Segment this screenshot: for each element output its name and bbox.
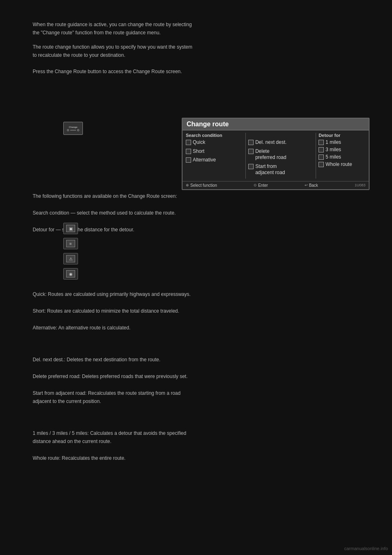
watermark: carmanualsonline.info	[344, 546, 388, 551]
del-preferred-text: Del. next dest.: Deletes the next destin…	[33, 356, 188, 405]
quick-label: Quick	[193, 139, 205, 146]
select-label: Select function	[190, 183, 217, 188]
alternative-label: Alternative	[193, 157, 216, 163]
change-route-dialog: Change route Search condition Quick Shor…	[182, 118, 370, 190]
intro-text-block2: The route change function allows you to …	[33, 43, 192, 60]
functions-text-block: The following functions are available on…	[33, 192, 177, 234]
dialog-body: Search condition Quick Short Alternative	[183, 130, 369, 181]
footer-enter: ⊙ Enter	[254, 183, 268, 188]
delete-preferred-checkbox[interactable]	[248, 149, 254, 154]
change-btn-dots	[67, 129, 79, 131]
detour-whole-row: Whole route	[318, 161, 365, 167]
quick-option-row: Quick	[186, 139, 243, 146]
dialog-footer: ⊕ Select function ⊙ Enter ↩ Back 1U083	[183, 181, 369, 189]
detour-5miles-row: 5 miles	[318, 154, 365, 160]
small-icon-3[interactable]: ⚠	[63, 253, 78, 264]
dialog-title: Change route	[183, 119, 369, 130]
separator2	[316, 133, 316, 179]
icon3-inner: ⚠	[66, 255, 75, 262]
detour-1mile-row: 1 miles	[318, 139, 365, 145]
short-option-row: Short	[186, 148, 243, 155]
detour-5miles-checkbox[interactable]	[318, 154, 324, 160]
detour-1mile-checkbox[interactable]	[318, 140, 324, 145]
detour-header: Detour for	[318, 133, 365, 138]
back-icon: ↩	[305, 183, 308, 187]
dialog-code: 1U083	[354, 183, 365, 187]
enter-icon: ⊙	[254, 183, 257, 187]
dot-left	[67, 129, 69, 131]
detour-col: Detour for 1 miles 3 miles 5 miles	[318, 133, 365, 179]
start-adjacent-checkbox[interactable]	[248, 164, 254, 169]
intro-text-block1: When the route guidance is active, you c…	[33, 20, 192, 37]
footer-back: ↩ Back	[305, 183, 318, 188]
icon1-inner: ▣	[66, 225, 75, 232]
detour-whole-checkbox[interactable]	[318, 162, 324, 167]
icon2-inner: ≡	[66, 240, 75, 247]
dot-right	[77, 129, 79, 131]
detour-text: 1 miles / 3 miles / 5 miles: Calculates …	[33, 429, 186, 463]
icon4-inner: ◉	[66, 270, 75, 278]
back-label: Back	[309, 183, 318, 188]
delete-preferred-row: Delete preferred road	[248, 148, 313, 161]
detour-3miles-row: 3 miles	[318, 147, 365, 152]
quick-checkbox[interactable]	[186, 140, 191, 145]
delete-preferred-label: Delete preferred road	[255, 148, 286, 161]
detour-3miles-label: 3 miles	[325, 147, 341, 152]
small-icon-1[interactable]: ▣	[63, 223, 78, 234]
dash	[70, 130, 76, 130]
start-adjacent-label: Start from adjacent road	[255, 163, 285, 176]
short-checkbox[interactable]	[186, 149, 191, 154]
start-adjacent-row: Start from adjacent road	[248, 163, 313, 176]
dialog-columns: Search condition Quick Short Alternative	[186, 133, 365, 179]
separator1	[245, 133, 246, 179]
detour-1mile-label: 1 miles	[325, 139, 341, 145]
short-label: Short	[193, 148, 205, 155]
small-icon-4[interactable]: ◉	[63, 268, 78, 280]
alternative-option-row: Alternative	[186, 157, 243, 163]
alternative-checkbox[interactable]	[186, 157, 191, 163]
quick-short-text: Quick: Routes are calculated using prima…	[33, 290, 191, 332]
change-route-button-icon[interactable]: Change	[63, 122, 83, 135]
joystick-icon: ⊕	[186, 183, 189, 187]
del-next-dest-label: Del. next dest.	[255, 139, 287, 146]
detour-whole-label: Whole route	[325, 161, 352, 167]
del-col: Del. next dest. Delete preferred road St…	[248, 133, 313, 179]
small-icon-2[interactable]: ≡	[63, 238, 78, 249]
footer-select: ⊕ Select function	[186, 183, 217, 188]
del-next-dest-checkbox[interactable]	[248, 140, 254, 145]
search-condition-col: Search condition Quick Short Alternative	[186, 133, 243, 179]
change-label: Change	[69, 126, 77, 128]
detour-3miles-checkbox[interactable]	[318, 147, 324, 152]
search-condition-header: Search condition	[186, 133, 243, 138]
del-col-header	[248, 133, 313, 138]
enter-label: Enter	[258, 183, 268, 188]
del-next-dest-row: Del. next dest.	[248, 139, 313, 146]
intro-text-block3: Press the Change Route button to access …	[33, 67, 182, 76]
page: When the route guidance is active, you c…	[0, 0, 392, 555]
detour-5miles-label: 5 miles	[325, 154, 341, 160]
